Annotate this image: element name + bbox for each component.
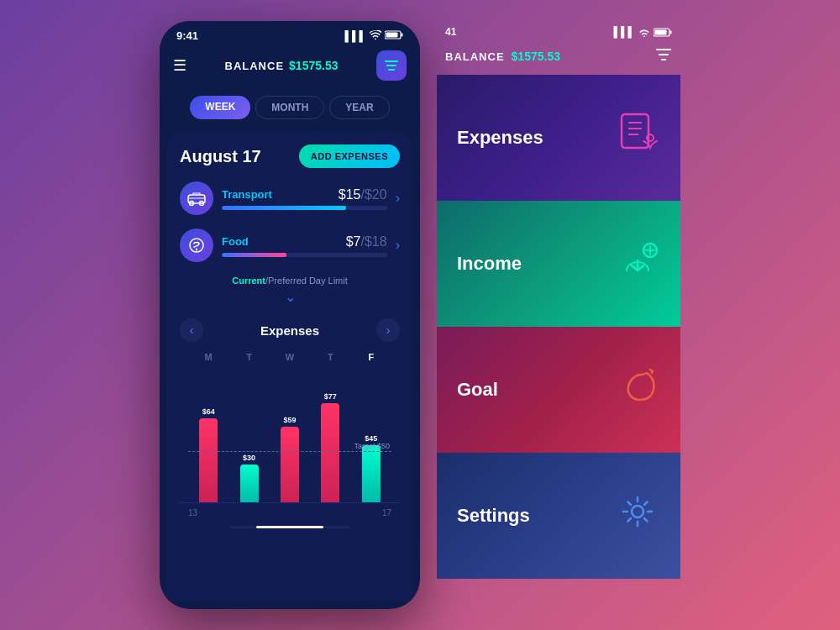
scroll-indicator (230, 526, 349, 528)
svg-point-24 (632, 506, 643, 517)
right-signal-icon: ▌▌▌ (613, 26, 635, 38)
status-bar: 9:41 ▌▌▌ (160, 21, 420, 47)
preferred-day-limit-label: Current/Preferred Day Limit (180, 276, 400, 286)
transport-chevron-icon[interactable]: › (396, 191, 400, 206)
card-goal[interactable]: Goal (437, 327, 680, 453)
target-line (188, 451, 391, 452)
card-income-label: Income (457, 253, 522, 275)
right-balance-amount: $1575.53 (512, 50, 560, 63)
svg-rect-1 (402, 33, 403, 36)
date-13: 13 (188, 508, 197, 517)
chart-title: Expenses (260, 323, 319, 338)
chart-dates: 13 17 (180, 503, 400, 517)
balance-label: BALANCE (225, 60, 285, 72)
right-wifi-icon (638, 28, 650, 37)
menu-icon[interactable]: ☰ (173, 56, 186, 75)
status-time: 9:41 (176, 29, 198, 42)
bar-monday: $64 (199, 407, 218, 502)
card-expenses-icon (615, 111, 660, 165)
right-filter-icon[interactable] (655, 48, 672, 65)
right-status-icons: ▌▌▌ (613, 26, 672, 38)
chart-next-button[interactable]: › (376, 318, 400, 342)
transport-name: Transport (222, 188, 272, 201)
main-content: August 17 ADD EXPENSES Transport $15/$20 (166, 131, 413, 601)
svg-rect-11 (670, 30, 672, 34)
card-income[interactable]: Income (437, 201, 680, 327)
bar-wednesday: $59 (281, 416, 299, 502)
svg-rect-12 (655, 29, 667, 34)
current-date: August 17 (180, 147, 261, 166)
transport-icon (180, 181, 213, 215)
svg-rect-16 (622, 114, 648, 148)
tab-bar: WEEK MONTH YEAR (160, 91, 420, 131)
bar-friday-fill (362, 445, 381, 502)
expense-item-food: Food $7/$18 › (180, 228, 400, 262)
status-icons: ▌▌▌ (344, 30, 403, 42)
chart-section: ‹ Expenses › M T W T F Target $50 $6 (180, 318, 400, 528)
date-17: 17 (382, 508, 391, 517)
expand-icon[interactable]: ⌄ (180, 289, 400, 305)
tab-month[interactable]: MONTH (255, 96, 324, 119)
balance-amount: $1575.53 (289, 59, 338, 72)
food-chevron-icon[interactable]: › (396, 238, 400, 253)
right-balance-row: BALANCE $1575.53 (437, 45, 680, 75)
card-goal-label: Goal (457, 379, 498, 401)
svg-rect-2 (386, 32, 398, 37)
target-label: Target $50 (354, 442, 390, 450)
left-phone: 9:41 ▌▌▌ ☰ BALANCE $1575.53 (160, 21, 420, 609)
battery-icon (385, 30, 403, 42)
bar-monday-fill (199, 418, 218, 502)
signal-icon: ▌▌▌ (344, 30, 366, 42)
tab-year[interactable]: YEAR (329, 96, 389, 119)
right-battery-icon (654, 28, 672, 37)
card-grid: Expenses Income (437, 75, 680, 579)
day-t2: T (318, 352, 343, 362)
transport-progress-bar (222, 206, 387, 210)
day-t1: T (237, 352, 262, 362)
card-settings-icon (615, 489, 660, 543)
chart-header: ‹ Expenses › (180, 318, 400, 342)
date-row: August 17 ADD EXPENSES (180, 144, 400, 168)
food-icon (180, 228, 213, 262)
card-settings[interactable]: Settings (437, 453, 680, 579)
expense-item-transport: Transport $15/$20 › (180, 181, 400, 215)
balance-section: BALANCE $1575.53 (225, 59, 339, 72)
tab-week[interactable]: WEEK (190, 96, 250, 119)
card-expenses-label: Expenses (457, 127, 543, 149)
food-details: Food $7/$18 (222, 234, 387, 257)
right-status-bar: 41 ▌▌▌ (437, 21, 680, 45)
bar-tuesday: $30 (240, 454, 259, 502)
bar-wednesday-fill (281, 427, 299, 502)
chart-bars: Target $50 $64 $30 $59 (180, 369, 400, 503)
transport-progress-fill (222, 206, 346, 210)
bar-thursday: $77 (321, 392, 339, 502)
card-goal-icon (615, 363, 660, 417)
food-name: Food (222, 235, 249, 248)
top-bar: ☰ BALANCE $1575.53 (160, 47, 420, 91)
right-status-number: 41 (445, 26, 456, 38)
chart-days: M T W T F (180, 352, 400, 362)
transport-details: Transport $15/$20 (222, 187, 387, 210)
bar-tuesday-fill (240, 465, 259, 502)
food-progress-fill (222, 253, 286, 257)
day-w: W (277, 352, 302, 362)
food-amount: $7/$18 (346, 234, 387, 249)
food-progress-bar (222, 253, 387, 257)
chart-prev-button[interactable]: ‹ (180, 318, 203, 342)
scroll-thumb (256, 526, 323, 528)
day-f: F (359, 352, 384, 362)
card-expenses[interactable]: Expenses (437, 75, 680, 201)
filter-button[interactable] (376, 50, 407, 81)
right-balance-label: BALANCE (445, 50, 505, 63)
card-income-icon (615, 237, 660, 291)
right-panel: 41 ▌▌▌ BALANCE $1575.53 Expenses (437, 21, 680, 579)
transport-amount: $15/$20 (339, 187, 387, 202)
add-expenses-button[interactable]: ADD EXPENSES (299, 144, 400, 168)
wifi-icon (370, 30, 381, 42)
day-m: M (196, 352, 221, 362)
bar-thursday-fill (321, 403, 339, 502)
card-settings-label: Settings (457, 505, 530, 527)
